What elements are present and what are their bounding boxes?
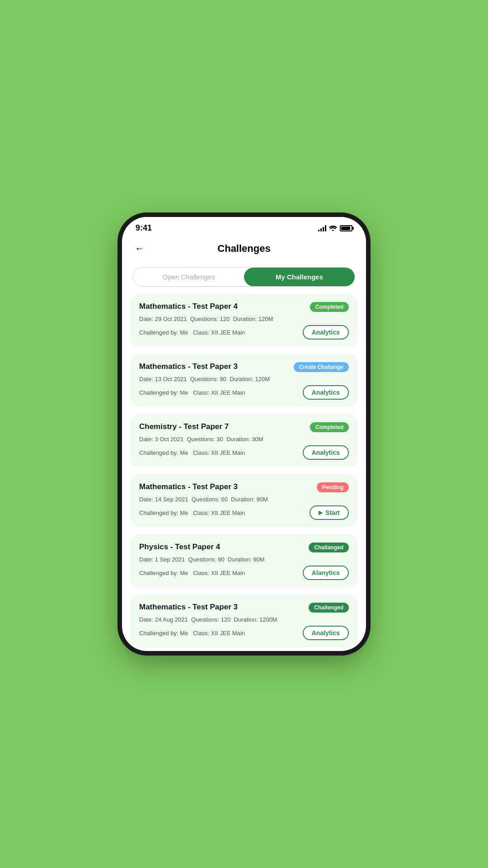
analytics-button[interactable]: Analytics — [303, 626, 349, 640]
tab-bar: Open Challenges My Challenges — [133, 267, 355, 287]
card-title: Mathematics - Test Paper 3 — [139, 603, 304, 612]
card-top-row: Mathematics - Test Paper 3 Challenged — [139, 603, 349, 613]
tab-my-challenges[interactable]: My Challenges — [244, 268, 355, 286]
challenged-by: Challenged by: Me Class: XII JEE Main — [139, 449, 245, 456]
status-bar: 9:41 — [122, 217, 366, 236]
start-button[interactable]: ▶ Start — [310, 505, 349, 520]
card-bottom-row: Challenged by: Me Class: XII JEE Main An… — [139, 445, 349, 460]
card-meta: Date: 14 Sep 2021 Questions: 60 Duration… — [139, 496, 349, 503]
wifi-icon — [329, 225, 337, 231]
status-icons — [318, 225, 352, 231]
card-top-row: Mathematics - Test Paper 3 Pending — [139, 482, 349, 492]
phone-frame: 9:41 ← Challenges Open Challenges — [122, 217, 366, 651]
card-meta: Date: 13 Oct 2021 Questions: 90 Duration… — [139, 376, 349, 382]
card-meta: Date: 3 Oct 2021 Questions: 30 Duration:… — [139, 436, 349, 443]
status-badge: Challenged — [309, 603, 349, 613]
status-badge: Completed — [310, 422, 349, 432]
challenged-by: Challenged by: Me Class: XII JEE Main — [139, 329, 245, 336]
status-time: 9:41 — [136, 223, 152, 233]
cards-container: Mathematics - Test Paper 4 Completed Dat… — [122, 294, 366, 651]
challenged-by: Challenged by: Me Class: XII JEE Main — [139, 509, 245, 516]
signal-icon — [318, 225, 326, 231]
status-badge: Create Challange — [294, 362, 349, 372]
challenge-card: Mathematics - Test Paper 3 Challenged Da… — [131, 594, 357, 647]
challenged-by: Challenged by: Me Class: XII JEE Main — [139, 570, 245, 576]
challenge-card: Mathematics - Test Paper 4 Completed Dat… — [131, 294, 357, 347]
card-meta: Date: 29 Oct 2021 Questions: 120 Duratio… — [139, 316, 349, 322]
challenge-card: Physics - Test Paper 4 Challanged Date: … — [131, 534, 357, 587]
card-top-row: Mathematics - Test Paper 3 Create Challa… — [139, 362, 349, 372]
challenge-card: Mathematics - Test Paper 3 Create Challa… — [131, 354, 357, 407]
card-bottom-row: Challenged by: Me Class: XII JEE Main Al… — [139, 566, 349, 580]
challenge-card: Chemistry - Test Paper 7 Completed Date:… — [131, 414, 357, 467]
battery-icon — [340, 225, 352, 231]
play-icon: ▶ — [319, 509, 323, 516]
card-bottom-row: Challenged by: Me Class: XII JEE Main An… — [139, 626, 349, 640]
back-button[interactable]: ← — [133, 241, 146, 256]
status-badge: Pending — [317, 482, 349, 492]
header: ← Challenges — [122, 236, 366, 264]
tab-open-challenges[interactable]: Open Challenges — [133, 268, 244, 286]
status-badge: Challanged — [309, 542, 349, 552]
analytics-button[interactable]: Alanytics — [303, 566, 349, 580]
card-meta: Date: 1 Sep 2021 Questions: 90 Duration:… — [139, 556, 349, 563]
challenged-by: Challenged by: Me Class: XII JEE Main — [139, 389, 245, 396]
analytics-button[interactable]: Analytics — [303, 445, 349, 460]
card-bottom-row: Challenged by: Me Class: XII JEE Main An… — [139, 385, 349, 400]
card-title: Physics - Test Paper 4 — [139, 542, 304, 552]
card-title: Chemistry - Test Paper 7 — [139, 422, 305, 431]
page-title: Challenges — [217, 243, 270, 255]
status-badge: Completed — [310, 302, 349, 312]
card-meta: Date: 24 Aug 2021 Questions: 120 Duratio… — [139, 616, 349, 623]
card-top-row: Mathematics - Test Paper 4 Completed — [139, 302, 349, 312]
analytics-button[interactable]: Analytics — [303, 385, 349, 400]
card-title: Mathematics - Test Paper 4 — [139, 302, 305, 311]
card-bottom-row: Challenged by: Me Class: XII JEE Main ▶ … — [139, 505, 349, 520]
challenge-card: Mathematics - Test Paper 3 Pending Date:… — [131, 474, 357, 527]
card-top-row: Chemistry - Test Paper 7 Completed — [139, 422, 349, 432]
card-title: Mathematics - Test Paper 3 — [139, 362, 289, 371]
card-bottom-row: Challenged by: Me Class: XII JEE Main An… — [139, 325, 349, 340]
analytics-button[interactable]: Analytics — [303, 325, 349, 340]
card-top-row: Physics - Test Paper 4 Challanged — [139, 542, 349, 552]
card-title: Mathematics - Test Paper 3 — [139, 482, 312, 491]
challenged-by: Challenged by: Me Class: XII JEE Main — [139, 630, 245, 637]
